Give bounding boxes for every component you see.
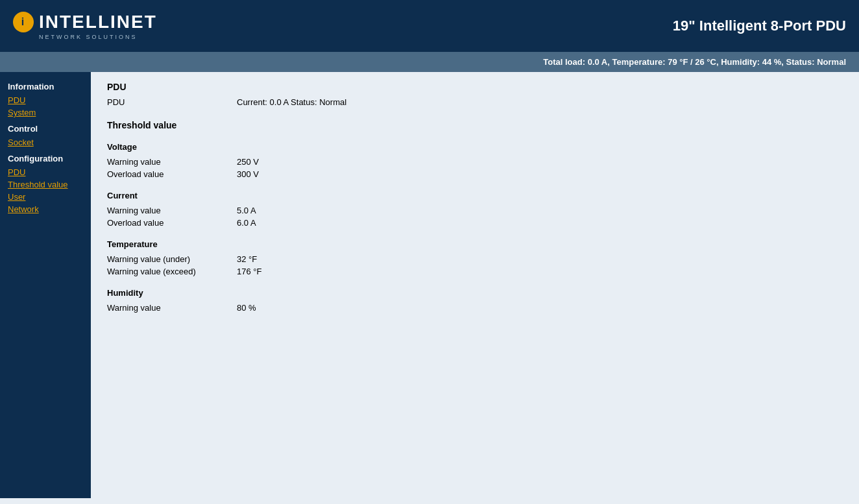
page-title: 19" Intelligent 8-Port PDU <box>673 18 846 34</box>
current-row-0: Warning value 5.0 A <box>107 206 843 215</box>
humidity-row-0: Warning value 80 % <box>107 303 843 313</box>
status-text: Total load: 0.0 A, Temperature: 79 °F / … <box>543 57 846 67</box>
sidebar-link-pdu-config[interactable]: PDU <box>8 167 83 177</box>
current-title: Current <box>107 191 843 200</box>
logo-icon: i <box>13 12 34 32</box>
temperature-value-0: 32 °F <box>237 254 257 264</box>
sidebar-section-configuration: Configuration <box>8 154 83 163</box>
pdu-label: PDU <box>107 97 237 107</box>
layout: Information PDU System Control Socket Co… <box>0 72 859 498</box>
temperature-label-0: Warning value (under) <box>107 254 237 264</box>
sidebar-link-network[interactable]: Network <box>8 204 83 214</box>
svg-text:i: i <box>21 16 25 27</box>
current-value-1: 6.0 A <box>237 218 256 228</box>
pdu-value: Current: 0.0 A Status: Normal <box>237 97 346 107</box>
temperature-row-0: Warning value (under) 32 °F <box>107 254 843 264</box>
humidity-value-0: 80 % <box>237 303 256 313</box>
sidebar-section-information: Information <box>8 82 83 91</box>
current-label-0: Warning value <box>107 206 237 215</box>
temperature-title: Temperature <box>107 239 843 249</box>
voltage-value-0: 250 V <box>237 157 259 167</box>
current-value-0: 5.0 A <box>237 206 256 215</box>
temperature-value-1: 176 °F <box>237 267 261 276</box>
temperature-row-1: Warning value (exceed) 176 °F <box>107 267 843 276</box>
header: i INTELLINET NETWORK SOLUTIONS 19" Intel… <box>0 0 859 52</box>
current-label-1: Overload value <box>107 218 237 228</box>
sidebar-link-pdu-info[interactable]: PDU <box>8 95 83 105</box>
voltage-title: Voltage <box>107 142 843 152</box>
pdu-row: PDU Current: 0.0 A Status: Normal <box>107 97 843 107</box>
status-bar: Total load: 0.0 A, Temperature: 79 °F / … <box>0 52 859 72</box>
voltage-value-1: 300 V <box>237 169 259 179</box>
sidebar-section-control: Control <box>8 124 83 134</box>
voltage-row-0: Warning value 250 V <box>107 157 843 167</box>
humidity-title: Humidity <box>107 288 843 298</box>
logo: i INTELLINET <box>13 12 157 32</box>
pdu-section-title: PDU <box>107 82 843 92</box>
threshold-title: Threshold value <box>107 120 843 130</box>
logo-subtitle: NETWORK SOLUTIONS <box>39 34 138 40</box>
voltage-row-1: Overload value 300 V <box>107 169 843 179</box>
logo-name: INTELLINET <box>39 12 157 32</box>
voltage-label-0: Warning value <box>107 157 237 167</box>
voltage-label-1: Overload value <box>107 169 237 179</box>
humidity-label-0: Warning value <box>107 303 237 313</box>
sidebar-link-user[interactable]: User <box>8 192 83 202</box>
logo-area: i INTELLINET NETWORK SOLUTIONS <box>13 12 157 40</box>
sidebar: Information PDU System Control Socket Co… <box>0 72 91 498</box>
sidebar-link-socket[interactable]: Socket <box>8 138 83 147</box>
main-content: PDU PDU Current: 0.0 A Status: Normal Th… <box>91 72 859 498</box>
sidebar-link-threshold[interactable]: Threshold value <box>8 180 83 189</box>
sidebar-link-system[interactable]: System <box>8 108 83 117</box>
current-row-1: Overload value 6.0 A <box>107 218 843 228</box>
temperature-label-1: Warning value (exceed) <box>107 267 237 276</box>
